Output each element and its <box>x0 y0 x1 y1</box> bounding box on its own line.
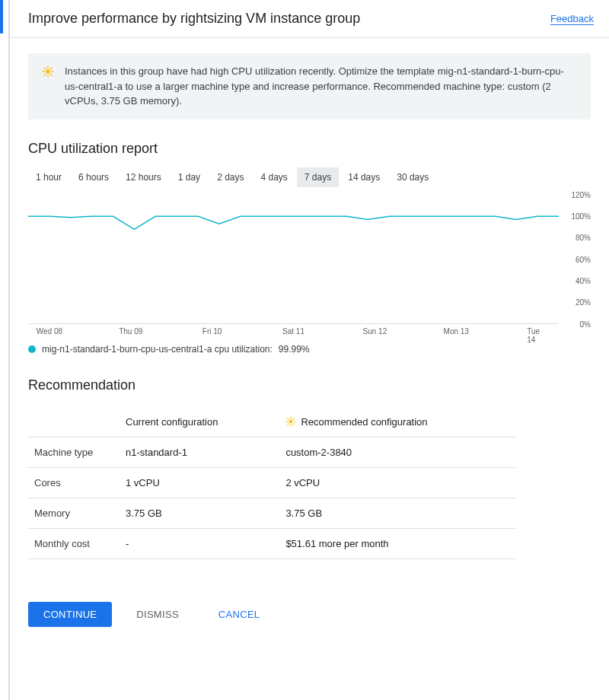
time-range-tab[interactable]: 1 day <box>171 167 208 187</box>
svg-line-7 <box>44 74 45 75</box>
alert-text: Instances in this group have had high CP… <box>65 64 577 109</box>
x-axis-tick: Tue 14 <box>527 327 548 344</box>
x-axis-tick: Thu 09 <box>119 327 142 336</box>
legend-value: 99.99% <box>279 344 310 355</box>
feedback-link[interactable]: Feedback <box>550 13 594 25</box>
x-axis-tick: Mon 13 <box>444 327 469 336</box>
recommendation-alert: Instances in this group have had high CP… <box>28 53 591 119</box>
table-header-empty <box>28 407 120 438</box>
row-current: 3.75 GB <box>120 498 279 528</box>
table-row: Cores1 vCPU2 vCPU <box>28 467 515 498</box>
row-recommended: 2 vCPU <box>279 467 515 498</box>
x-axis-labels: Wed 08Thu 09Fri 10Sat 11Sun 12Mon 13Tue … <box>28 327 559 339</box>
row-recommended: $51.61 more per month <box>279 528 515 558</box>
row-label: Memory <box>28 498 120 528</box>
x-axis-tick: Sun 12 <box>363 327 387 336</box>
continue-button[interactable]: Continue <box>28 602 112 627</box>
time-range-tab[interactable]: 6 hours <box>71 167 116 187</box>
time-range-tab[interactable]: 12 hours <box>118 167 169 187</box>
time-range-tabs: 1 hour6 hours12 hours1 day2 days4 days7 … <box>28 167 591 187</box>
y-axis-tick: 100% <box>571 212 591 220</box>
table-row: Monthly cost-$51.61 more per month <box>28 528 515 558</box>
y-axis-tick: 120% <box>571 190 591 199</box>
table-row: Memory3.75 GB3.75 GB <box>28 498 515 528</box>
recommendation-icon <box>285 416 296 427</box>
cpu-chart: 0%20%40%60%80%100%120% Wed 08Thu 09Fri 1… <box>28 195 591 339</box>
svg-line-17 <box>288 424 289 425</box>
svg-line-15 <box>288 418 289 419</box>
table-header-recommended: Recommended configuration <box>279 407 515 438</box>
x-axis-tick: Sat 11 <box>282 327 304 336</box>
time-range-tab[interactable]: 7 days <box>297 167 339 187</box>
recommendation-table: Current configuration <box>28 407 515 559</box>
y-axis-tick: 0% <box>580 320 591 328</box>
dismiss-button[interactable]: Dismiss <box>121 602 194 627</box>
y-axis-tick: 40% <box>576 276 591 285</box>
time-range-tab[interactable]: 4 days <box>253 167 295 187</box>
recommendation-panel: Improve performance by rightsizing VM in… <box>9 0 609 700</box>
x-axis-tick: Fri 10 <box>202 327 222 336</box>
time-range-tab[interactable]: 1 hour <box>28 167 69 187</box>
row-current: 1 vCPU <box>120 467 279 498</box>
table-header-current: Current configuration <box>120 407 279 438</box>
cpu-report-heading: CPU utilization report <box>28 141 591 157</box>
recommendation-heading: Recommendation <box>28 377 591 393</box>
panel-content: Instances in this group have had high CP… <box>10 38 609 700</box>
svg-line-6 <box>50 74 51 75</box>
row-recommended: 3.75 GB <box>279 498 515 528</box>
background-page-sliver <box>0 0 9 700</box>
svg-line-16 <box>293 424 294 425</box>
row-current: - <box>120 528 279 558</box>
row-current: n1-standard-1 <box>120 437 279 467</box>
row-label: Machine type <box>28 437 120 467</box>
y-axis-labels: 0%20%40%60%80%100%120% <box>562 195 591 324</box>
cpu-chart-svg <box>28 195 559 324</box>
svg-point-10 <box>289 420 293 424</box>
chart-legend: mig-n1-standard-1-burn-cpu-us-central1-a… <box>28 344 591 355</box>
y-axis-tick: 80% <box>576 234 591 242</box>
panel-title: Improve performance by rightsizing VM in… <box>28 11 360 27</box>
cancel-button[interactable]: Cancel <box>203 602 276 627</box>
y-axis-tick: 20% <box>576 298 591 307</box>
panel-header: Improve performance by rightsizing VM in… <box>10 0 609 38</box>
table-header-recommended-label: Recommended configuration <box>301 416 427 428</box>
x-axis-tick: Wed 08 <box>37 327 62 336</box>
svg-point-0 <box>46 69 49 73</box>
row-label: Cores <box>28 467 120 498</box>
svg-line-8 <box>50 68 51 68</box>
legend-label: mig-n1-standard-1-burn-cpu-us-central1-a… <box>42 344 273 355</box>
y-axis-tick: 60% <box>576 255 591 263</box>
action-bar: Continue Dismiss Cancel <box>28 602 591 627</box>
time-range-tab[interactable]: 2 days <box>209 167 251 187</box>
recommendation-icon <box>42 65 54 78</box>
svg-line-5 <box>44 68 45 68</box>
legend-color-dot <box>28 345 36 353</box>
time-range-tab[interactable]: 30 days <box>389 167 436 187</box>
table-row: Machine typen1-standard-1custom-2-3840 <box>28 437 515 467</box>
time-range-tab[interactable]: 14 days <box>340 167 387 187</box>
svg-line-18 <box>293 418 294 419</box>
row-label: Monthly cost <box>28 528 120 558</box>
row-recommended: custom-2-3840 <box>279 437 515 467</box>
